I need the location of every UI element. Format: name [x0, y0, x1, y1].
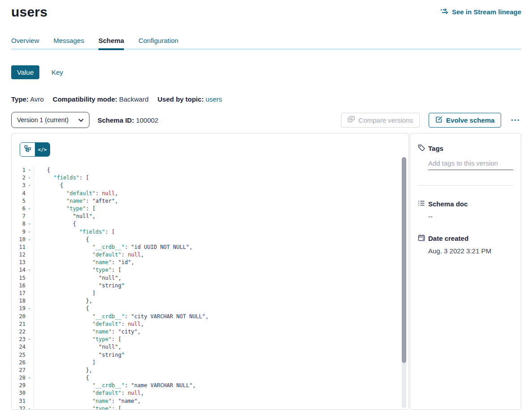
line-number: 5 — [12, 197, 26, 205]
stream-lineage-icon — [440, 8, 449, 16]
schema-code-editor[interactable]: 1▾{2▾ "fields": [3▾ {4 "default": null,5… — [12, 167, 409, 410]
code-text: "__crdb__": "city VARCHAR NOT NULL", — [34, 313, 209, 320]
type-label: Type: — [11, 95, 29, 103]
value-tab-button[interactable]: Value — [11, 65, 39, 79]
see-in-stream-lineage-link[interactable]: See in Stream lineage — [440, 8, 521, 16]
line-number: 3 — [12, 182, 26, 189]
sidebar-divider — [418, 185, 513, 186]
code-line: 12 "default": null, — [12, 251, 409, 259]
fold-arrow-icon[interactable]: ▾ — [26, 167, 33, 174]
code-text: "string" — [34, 351, 124, 359]
schema-type: Type: Avro — [11, 95, 44, 103]
line-number: 23 — [12, 336, 26, 343]
line-number: 1 — [12, 167, 26, 174]
line-number: 17 — [12, 290, 26, 297]
compat-label: Compatibility mode: — [53, 95, 117, 103]
line-number: 16 — [12, 282, 26, 290]
edit-schema-icon — [435, 116, 443, 124]
type-value: Avro — [30, 95, 44, 103]
schema-id-value: 100002 — [136, 116, 158, 124]
code-text: }, — [34, 297, 92, 305]
fold-arrow-icon[interactable]: ▾ — [26, 266, 33, 274]
version-select[interactable]: Version 1 (current) — [11, 112, 89, 128]
fold-arrow-icon[interactable]: ▾ — [26, 405, 33, 410]
doc-list-icon — [418, 200, 425, 208]
schema-doc-heading-row: Schema doc — [418, 200, 513, 208]
schema-panels: </> 1▾{2▾ "fields": [3▾ {4 "default": nu… — [11, 133, 521, 410]
compat-value: Backward — [119, 95, 149, 103]
code-text: { — [34, 374, 89, 382]
code-text: "name": "city", — [34, 328, 141, 336]
code-line: 20 "__crdb__": "city VARCHAR NOT NULL", — [12, 313, 409, 320]
tags-heading-row: Tags — [418, 144, 513, 153]
fold-spacer — [26, 397, 33, 405]
code-text: { — [34, 236, 89, 243]
code-line: 19▾ { — [12, 305, 409, 312]
code-text: { — [34, 182, 63, 189]
compare-versions-icon — [348, 116, 355, 124]
line-number: 4 — [12, 190, 26, 197]
fold-arrow-icon[interactable]: ▾ — [26, 220, 33, 228]
line-number: 24 — [12, 343, 26, 351]
fold-arrow-icon[interactable]: ▾ — [26, 182, 33, 189]
line-number: 9 — [12, 228, 26, 236]
code-text: }, — [34, 367, 92, 374]
line-number: 26 — [12, 359, 26, 367]
line-number: 28 — [12, 374, 26, 382]
compare-versions-label: Compare versions — [358, 116, 413, 124]
code-text: "__crdb__": "name VARCHAR NULL", — [34, 382, 196, 389]
fold-spacer — [26, 259, 33, 266]
key-tab-button[interactable]: Key — [51, 68, 63, 76]
schema-id: Schema ID: 100002 — [98, 116, 158, 124]
code-text: "fields": [ — [34, 228, 115, 236]
topic-link[interactable]: users — [206, 95, 222, 103]
code-line: 29 "__crdb__": "name VARCHAR NULL", — [12, 382, 409, 389]
code-line: 8▾ { — [12, 220, 409, 228]
tags-heading: Tags — [428, 145, 443, 152]
fold-arrow-icon[interactable]: ▾ — [26, 336, 33, 343]
code-text: "default": null, — [34, 320, 144, 328]
fold-spacer — [26, 297, 33, 305]
code-text: { — [34, 167, 50, 174]
tree-view-button[interactable] — [20, 143, 35, 156]
line-number: 22 — [12, 328, 26, 336]
code-line: 7 "null", — [12, 213, 409, 220]
code-view-button[interactable]: </> — [35, 143, 50, 156]
tags-input[interactable] — [428, 158, 513, 170]
code-scrollbar-thumb[interactable] — [402, 157, 406, 363]
fold-spacer — [26, 389, 33, 397]
line-number: 27 — [12, 367, 26, 374]
fold-spacer — [26, 190, 33, 197]
code-line: 31 "name": "name", — [12, 397, 409, 405]
schema-view-toggle: </> — [20, 142, 50, 157]
code-line: 32▾ "type": [ — [12, 405, 409, 410]
date-created-heading: Date created — [428, 235, 468, 242]
fold-arrow-icon[interactable]: ▾ — [26, 236, 33, 243]
chevron-down-icon — [78, 116, 84, 124]
fold-arrow-icon[interactable]: ▾ — [26, 305, 33, 312]
fold-spacer — [26, 382, 33, 389]
fold-arrow-icon[interactable]: ▾ — [26, 228, 33, 236]
fold-spacer — [26, 359, 33, 367]
code-line: 18 }, — [12, 297, 409, 305]
fold-arrow-icon[interactable]: ▾ — [26, 374, 33, 382]
date-created-heading-row: Date created — [418, 234, 513, 243]
code-text: "null", — [34, 213, 95, 220]
page-header: users See in Stream lineage — [11, 4, 521, 20]
fold-arrow-icon[interactable]: ▾ — [26, 174, 33, 182]
code-line: 22 "name": "city", — [12, 328, 409, 336]
fold-arrow-icon[interactable]: ▾ — [26, 205, 33, 213]
evolve-schema-button[interactable]: Evolve schema — [429, 113, 501, 128]
code-scrollbar-track[interactable] — [402, 157, 406, 408]
more-actions-button[interactable]: ••• — [510, 117, 521, 123]
compare-versions-button[interactable]: Compare versions — [341, 113, 420, 128]
topic-label: Used by topic: — [157, 95, 204, 103]
schema-code-panel: </> 1▾{2▾ "fields": [3▾ {4 "default": nu… — [11, 133, 409, 410]
line-number: 30 — [12, 389, 26, 397]
schema-id-label: Schema ID: — [98, 116, 134, 124]
tag-icon — [418, 144, 425, 153]
line-number: 7 — [12, 213, 26, 220]
version-bar: Version 1 (current) Schema ID: 100002 Co… — [11, 112, 521, 128]
tab-schema[interactable]: Schema — [98, 37, 124, 50]
tab-track — [11, 48, 521, 50]
